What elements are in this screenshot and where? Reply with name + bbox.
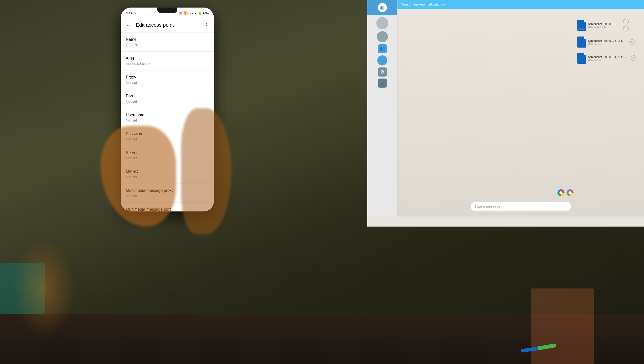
sidebar-icon-groups[interactable]: 👥 bbox=[378, 44, 387, 53]
item-value-port: Not set bbox=[126, 99, 209, 103]
file-name-3: Screenshot_20241103_2544... bbox=[588, 55, 626, 58]
item-label-apn: APN bbox=[126, 56, 209, 61]
item-value-apn: mobile.o2.co.uk bbox=[126, 62, 209, 66]
status-bar-left: 3:47 ⚠ bbox=[126, 11, 136, 15]
monitor-screen: ◉ 👥 ⚙ ☰ Turn on desktop notifications » bbox=[367, 0, 644, 216]
status-bar-right: ⏰ 📶 ▲▲▲ 🔋 96% bbox=[179, 11, 209, 15]
phone-container: 3:47 ⚠ ⏰ 📶 ▲▲▲ 🔋 96% ← Edit access point bbox=[121, 8, 216, 214]
file-item-1[interactable]: Screenshot_20241101... JPG · 730 × 730 ↓… bbox=[577, 19, 636, 31]
book-decoration bbox=[531, 288, 594, 364]
chat-sidebar: ◉ 👥 ⚙ ☰ bbox=[367, 0, 397, 216]
app-header: ← Edit access point ⋮ bbox=[121, 18, 214, 33]
sidebar-icon-settings[interactable]: ⚙ bbox=[378, 67, 387, 77]
more-options-icon: ⋮ bbox=[204, 22, 209, 28]
chat-app: ◉ 👥 ⚙ ☰ Turn on desktop notifications » bbox=[367, 0, 644, 216]
notification-text: Turn on desktop notifications » bbox=[401, 3, 446, 6]
wifi-icon: 📶 bbox=[183, 11, 188, 15]
back-button[interactable]: ← bbox=[125, 21, 132, 29]
chat-notification-bar[interactable]: Turn on desktop notifications » bbox=[397, 0, 644, 9]
message-placeholder: Type a message bbox=[474, 204, 500, 208]
message-input[interactable]: Type a message bbox=[470, 201, 571, 211]
settings-item-apn[interactable]: APN mobile.o2.co.uk bbox=[121, 52, 214, 70]
settings-item-port[interactable]: Port Not set bbox=[121, 89, 214, 108]
sidebar-avatar-2[interactable] bbox=[377, 31, 388, 42]
file-size-3: JPG · 1 × 1 bbox=[588, 58, 626, 61]
file-size-2: JPG · 1 × 1 bbox=[588, 42, 624, 45]
settings-item-name[interactable]: Name O2 APN bbox=[121, 33, 214, 52]
buddha-decoration bbox=[13, 238, 75, 339]
file-name-1: Screenshot_20241101... bbox=[588, 22, 618, 25]
chat-main-area: Type a message bbox=[397, 9, 644, 216]
sidebar-avatar-1[interactable] bbox=[376, 17, 388, 29]
file-item-3[interactable]: Screenshot_20241103_2544... JPG · 1 × 1 … bbox=[577, 53, 636, 64]
status-emergency-icon: ⚠ bbox=[134, 12, 136, 15]
file-name-2: Screenshot_20241102_154... bbox=[588, 39, 624, 42]
item-value-name: O2 APN bbox=[126, 43, 209, 47]
back-icon: ← bbox=[126, 22, 131, 28]
sidebar-avatar-3[interactable] bbox=[377, 55, 387, 65]
monitor: ◉ 👥 ⚙ ☰ Turn on desktop notifications » bbox=[367, 0, 644, 227]
alarm-icon: ⏰ bbox=[179, 12, 182, 15]
browser-icons bbox=[557, 189, 574, 196]
phone-notch bbox=[157, 8, 177, 13]
settings-item-proxy[interactable]: Proxy Not set bbox=[121, 70, 214, 89]
file-size-1: JPG · 730 × 730 bbox=[588, 25, 618, 28]
status-time: 3:47 bbox=[126, 11, 132, 15]
battery-icon: 🔋 bbox=[198, 12, 202, 15]
file-list: Screenshot_20241101... JPG · 730 × 730 ↓… bbox=[577, 19, 636, 64]
menu-button[interactable]: ⋮ bbox=[203, 21, 210, 29]
item-value-proxy: Not set bbox=[126, 81, 209, 85]
item-label-port: Port bbox=[126, 94, 209, 98]
item-label-name: Name bbox=[126, 37, 209, 42]
battery-percent: 96% bbox=[203, 12, 209, 15]
item-label-proxy: Proxy bbox=[126, 75, 209, 80]
file-item-2[interactable]: Screenshot_20241102_154... JPG · 1 × 1 ↻ bbox=[577, 37, 636, 48]
hand-right-decoration bbox=[181, 108, 231, 234]
page-title: Edit access point bbox=[132, 22, 203, 28]
signal-icon: ▲▲▲ bbox=[189, 12, 197, 15]
